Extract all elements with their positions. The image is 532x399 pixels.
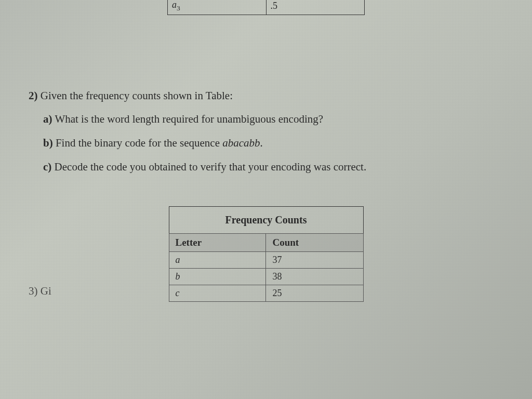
frequency-counts-table: Frequency Counts Letter Count a 37 b 38 …: [169, 206, 364, 302]
part-b-sequence: abacabb: [222, 137, 260, 149]
question-stem-text: Given the frequency counts shown in Tabl…: [41, 89, 233, 102]
part-c-text: Decode the code you obtained to verify t…: [55, 161, 367, 173]
question-number: 2): [29, 89, 38, 102]
part-c-label: c): [43, 161, 51, 173]
part-c: c) Decode the code you obtained to verif…: [43, 157, 503, 178]
symbol-a: a: [172, 0, 177, 10]
col-header-count: Count: [266, 234, 363, 252]
part-b-text-before: Find the binary code for the sequence: [56, 137, 222, 149]
part-b: b) Find the binary code for the sequence…: [43, 133, 503, 154]
cell-count: 37: [266, 252, 363, 269]
cell-letter: b: [169, 269, 266, 285]
previous-table-fragment: a3 .5: [167, 0, 365, 15]
table-header-row: Letter Count: [169, 234, 363, 252]
cell-letter: a: [169, 252, 266, 269]
part-b-text-after: .: [260, 137, 263, 149]
symbol-subscript: 3: [177, 4, 180, 12]
question-stem: 2) Given the frequency counts shown in T…: [29, 86, 503, 107]
table-title-row: Frequency Counts: [169, 207, 363, 234]
part-b-label: b): [43, 137, 53, 149]
part-a: a) What is the word length required for …: [43, 109, 503, 130]
cell-count: 38: [266, 269, 363, 285]
cell-letter: c: [169, 285, 266, 302]
part-a-text: What is the word length required for una…: [55, 113, 323, 125]
cell-count: 25: [266, 285, 363, 302]
table-row: c 25: [169, 285, 363, 302]
prev-table-label-cell: a3: [168, 0, 267, 15]
table-row: a3 .5: [168, 0, 365, 15]
table-title: Frequency Counts: [169, 207, 363, 234]
frequency-table-container: Frequency Counts Letter Count a 37 b 38 …: [169, 206, 364, 302]
col-header-letter: Letter: [169, 234, 266, 252]
table-row: a 37: [169, 252, 363, 269]
part-a-label: a): [43, 113, 52, 125]
question-2: 2) Given the frequency counts shown in T…: [29, 86, 503, 178]
prev-table-value-cell: .5: [266, 0, 365, 15]
table-row: b 38: [169, 269, 363, 285]
next-question-fragment: 3) Gi: [29, 285, 51, 298]
